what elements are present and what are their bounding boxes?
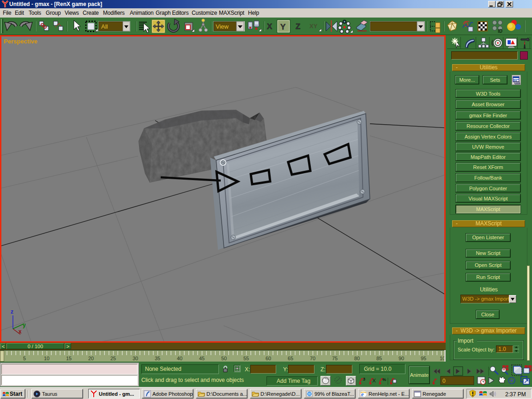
- svg-text:x: x: [18, 328, 22, 335]
- svg-text:95: 95: [421, 356, 426, 361]
- svg-text:60: 60: [266, 356, 271, 361]
- svg-text:X: X: [267, 22, 272, 31]
- svg-text:Z: Z: [296, 22, 300, 31]
- svg-text:55: 55: [243, 356, 249, 361]
- svg-text:15: 15: [66, 356, 72, 361]
- svg-text:20: 20: [88, 356, 94, 361]
- svg-text:Y: Y: [280, 23, 286, 31]
- svg-text:70: 70: [310, 356, 315, 361]
- svg-text:y: y: [23, 322, 26, 328]
- svg-text:All: All: [101, 23, 108, 30]
- svg-text:35: 35: [155, 356, 160, 361]
- svg-text:80: 80: [354, 356, 360, 361]
- svg-text:0: 0: [442, 378, 446, 384]
- svg-text:%: %: [382, 377, 386, 382]
- svg-text:ID: ID: [498, 29, 502, 34]
- svg-text:XY: XY: [309, 23, 318, 30]
- svg-text:50: 50: [221, 356, 227, 361]
- svg-text:90: 90: [399, 356, 404, 361]
- svg-text:5: 5: [23, 356, 26, 361]
- svg-text:View: View: [216, 23, 229, 30]
- svg-text:85: 85: [376, 356, 382, 361]
- svg-text:25: 25: [110, 356, 116, 361]
- svg-text:30: 30: [133, 356, 138, 361]
- svg-text:75: 75: [332, 356, 338, 361]
- svg-text:3: 3: [363, 377, 365, 381]
- svg-text:10: 10: [44, 356, 49, 361]
- svg-text:10: 10: [440, 356, 444, 361]
- svg-text:40: 40: [177, 356, 182, 361]
- svg-text:45: 45: [199, 356, 205, 361]
- svg-text:65: 65: [288, 356, 293, 361]
- svg-text:z: z: [11, 308, 13, 315]
